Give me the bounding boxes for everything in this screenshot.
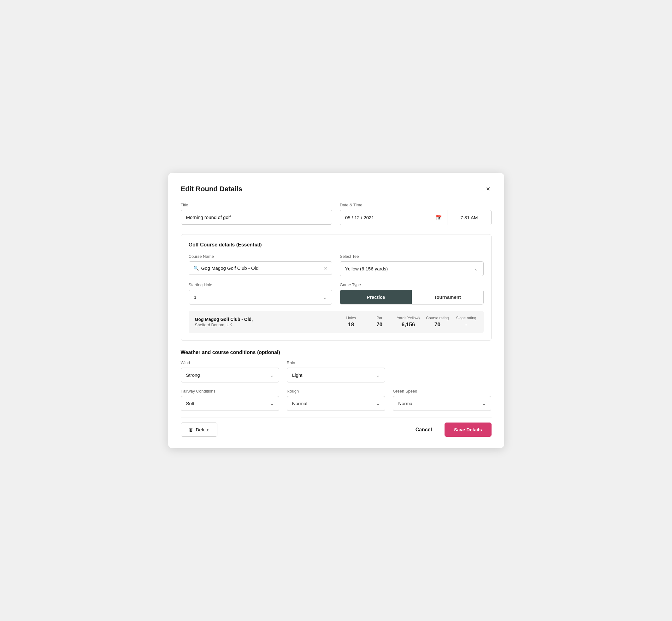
practice-button[interactable]: Practice (340, 290, 412, 304)
starting-hole-dropdown[interactable]: 1 ⌄ (189, 290, 333, 304)
footer-right: Cancel Save Details (411, 422, 492, 437)
holes-value: 18 (348, 322, 354, 328)
rough-label: Rough (287, 389, 385, 394)
delete-label: Delete (196, 427, 209, 432)
search-icon: 🔍 (194, 266, 199, 271)
slope-rating-value: - (465, 322, 467, 328)
wind-rain-row: Wind Strong ⌄ Rain Light ⌄ (181, 360, 492, 382)
modal-footer: 🗑 Delete Cancel Save Details (181, 417, 492, 437)
datetime-field-group: Date & Time 05 / 12 / 2021 📅 7:31 AM (340, 203, 492, 225)
title-input[interactable] (181, 210, 333, 225)
course-section-title: Golf Course details (Essential) (189, 242, 484, 248)
rain-dropdown[interactable]: Light ⌄ (287, 368, 385, 382)
chevron-down-icon: ⌄ (323, 295, 327, 300)
modal-header: Edit Round Details × (181, 184, 492, 194)
save-button[interactable]: Save Details (445, 422, 491, 437)
rain-value: Light (292, 372, 302, 378)
date-value: 05 / 12 / 2021 (345, 215, 432, 220)
yards-label: Yards(Yellow) (397, 316, 420, 320)
course-details-section: Golf Course details (Essential) Course N… (181, 234, 492, 341)
cancel-button[interactable]: Cancel (411, 423, 437, 437)
chevron-down-icon: ⌄ (474, 266, 478, 272)
hole-gametype-row: Starting Hole 1 ⌄ Game Type Practice Tou… (189, 282, 484, 304)
fairway-label: Fairway Conditions (181, 389, 279, 394)
course-info-row: Gog Magog Golf Club - Old, Shelford Bott… (189, 311, 484, 333)
course-stat-yards: Yards(Yellow) 6,156 (397, 316, 420, 328)
delete-button[interactable]: 🗑 Delete (181, 422, 217, 437)
yards-value: 6,156 (402, 322, 415, 328)
starting-hole-label: Starting Hole (189, 282, 333, 287)
course-info-name-group: Gog Magog Golf Club - Old, Shelford Bott… (195, 317, 334, 327)
starting-hole-group: Starting Hole 1 ⌄ (189, 282, 333, 304)
rain-group: Rain Light ⌄ (287, 360, 385, 382)
fairway-value: Soft (186, 401, 195, 406)
green-speed-value: Normal (398, 401, 413, 406)
course-info-location: Shelford Bottom, UK (195, 323, 334, 327)
course-name-group: Course Name 🔍 Gog Magog Golf Club - Old … (189, 254, 333, 276)
chevron-down-icon: ⌄ (270, 401, 274, 406)
modal-title: Edit Round Details (181, 185, 243, 193)
edit-round-modal: Edit Round Details × Title Date & Time 0… (168, 173, 504, 448)
select-tee-label: Select Tee (340, 254, 484, 259)
holes-label: Holes (346, 316, 356, 320)
course-stat-course-rating: Course rating 70 (426, 316, 449, 328)
fairway-group: Fairway Conditions Soft ⌄ (181, 389, 279, 411)
course-stat-holes: Holes 18 (340, 316, 362, 328)
rough-group: Rough Normal ⌄ (287, 389, 385, 411)
rough-value: Normal (292, 401, 307, 406)
course-stat-slope-rating: Slope rating - (455, 316, 477, 328)
course-name-input[interactable]: 🔍 Gog Magog Golf Club - Old ✕ (189, 261, 333, 275)
game-type-group: Game Type Practice Tournament (340, 282, 484, 304)
chevron-down-icon: ⌄ (482, 401, 486, 406)
select-tee-dropdown[interactable]: Yellow (6,156 yards) ⌄ (340, 261, 484, 276)
course-info-name: Gog Magog Golf Club - Old, (195, 317, 334, 322)
datetime-row: 05 / 12 / 2021 📅 7:31 AM (340, 210, 492, 225)
chevron-down-icon: ⌄ (270, 373, 274, 378)
par-value: 70 (376, 322, 382, 328)
game-type-label: Game Type (340, 282, 484, 287)
course-rating-label: Course rating (426, 316, 449, 320)
clear-icon[interactable]: ✕ (324, 266, 328, 271)
course-name-value: Gog Magog Golf Club - Old (201, 265, 322, 271)
fairway-dropdown[interactable]: Soft ⌄ (181, 396, 279, 411)
slope-rating-label: Slope rating (456, 316, 476, 320)
title-field-group: Title (181, 203, 333, 225)
green-speed-group: Green Speed Normal ⌄ (393, 389, 491, 411)
chevron-down-icon: ⌄ (376, 401, 380, 406)
weather-section: Weather and course conditions (optional)… (181, 349, 492, 411)
title-label: Title (181, 203, 333, 207)
course-name-label: Course Name (189, 254, 333, 259)
trash-icon: 🗑 (189, 427, 194, 432)
chevron-down-icon: ⌄ (376, 373, 380, 378)
weather-section-title: Weather and course conditions (optional) (181, 349, 492, 355)
top-row: Title Date & Time 05 / 12 / 2021 📅 7:31 … (181, 203, 492, 225)
wind-dropdown[interactable]: Strong ⌄ (181, 368, 279, 382)
game-type-toggle: Practice Tournament (340, 290, 484, 304)
fairway-rough-green-row: Fairway Conditions Soft ⌄ Rough Normal ⌄… (181, 389, 492, 411)
time-value: 7:31 AM (460, 215, 478, 220)
starting-hole-value: 1 (194, 294, 197, 300)
course-rating-value: 70 (434, 322, 440, 328)
select-tee-group: Select Tee Yellow (6,156 yards) ⌄ (340, 254, 484, 276)
wind-label: Wind (181, 360, 279, 365)
rain-label: Rain (287, 360, 385, 365)
datetime-label: Date & Time (340, 203, 492, 207)
green-speed-dropdown[interactable]: Normal ⌄ (393, 396, 491, 411)
tournament-button[interactable]: Tournament (412, 290, 483, 304)
green-speed-label: Green Speed (393, 389, 491, 394)
time-input[interactable]: 7:31 AM (447, 210, 492, 225)
course-name-tee-row: Course Name 🔍 Gog Magog Golf Club - Old … (189, 254, 484, 276)
rough-dropdown[interactable]: Normal ⌄ (287, 396, 385, 411)
wind-value: Strong (186, 372, 200, 378)
par-label: Par (376, 316, 382, 320)
course-stat-par: Par 70 (369, 316, 390, 328)
close-button[interactable]: × (485, 184, 492, 194)
calendar-icon: 📅 (436, 215, 442, 220)
select-tee-value: Yellow (6,156 yards) (345, 266, 388, 272)
date-input[interactable]: 05 / 12 / 2021 📅 (340, 210, 447, 225)
wind-group: Wind Strong ⌄ (181, 360, 279, 382)
